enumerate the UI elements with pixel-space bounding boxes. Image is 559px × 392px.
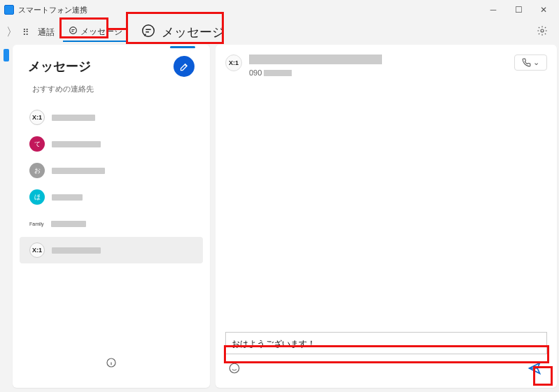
svg-point-0 [70, 27, 77, 34]
contact-name-redacted [52, 115, 95, 121]
device-strip-icon [3, 49, 9, 61]
svg-point-4 [229, 363, 239, 373]
sidebar-subtitle: おすすめの連絡先 [20, 80, 203, 104]
chat-messages-area [225, 77, 547, 332]
phone-prefix: 090 [249, 68, 262, 77]
settings-button[interactable] [537, 25, 548, 39]
avatar: Family [29, 216, 44, 231]
back-button[interactable]: 〉 [6, 25, 18, 40]
contact-item[interactable]: ほ [20, 184, 203, 210]
contact-item[interactable]: X:1 [20, 104, 203, 131]
contact-name-redacted [52, 141, 101, 147]
avatar: X:1 [29, 110, 45, 125]
tab-active-indicator [170, 46, 195, 48]
window-titlebar: スマートフォン連携 ─ ☐ ✕ [0, 0, 559, 20]
contact-item[interactable]: X:1 [20, 237, 203, 263]
minimize-button[interactable]: ─ [482, 0, 504, 20]
contact-name-redacted [52, 194, 83, 201]
send-button[interactable] [522, 358, 547, 381]
contact-item[interactable]: Family [20, 210, 203, 237]
contact-name-redacted [249, 55, 382, 64]
chat-avatar: X:1 [225, 55, 242, 71]
chevron-down-icon: ⌄ [533, 58, 539, 67]
phone-redacted [264, 70, 292, 76]
avatar: ほ [29, 189, 45, 205]
content-area: メッセージ おすすめの連絡先 X:1ておほFamilyX:1 X:1 090 ⌄ [0, 45, 559, 390]
contact-phone: 090 [249, 68, 382, 77]
message-icon [69, 26, 78, 37]
avatar: X:1 [29, 242, 45, 258]
contact-name-redacted [52, 168, 105, 174]
compose-button[interactable] [174, 56, 194, 77]
top-nav: 〉 ⠿ 通話 メッセージ メッセージ [0, 20, 559, 45]
call-dropdown-button[interactable]: ⌄ [514, 55, 547, 71]
chat-panel: X:1 090 ⌄ [215, 45, 557, 388]
dialpad-icon[interactable]: ⠿ [22, 27, 29, 38]
sidebar-title: メッセージ [28, 58, 91, 75]
message-icon [141, 23, 156, 41]
tab-messages-small[interactable]: メッセージ [63, 23, 128, 42]
app-icon [4, 5, 14, 15]
contact-list: X:1ておほFamilyX:1 [20, 104, 203, 263]
emoji-button[interactable] [225, 359, 243, 380]
message-input-wrapper[interactable] [225, 332, 547, 354]
maximize-button[interactable]: ☐ [507, 0, 530, 20]
avatar: お [29, 163, 45, 178]
contact-item[interactable]: お [20, 157, 203, 184]
tab-calls[interactable]: 通話 [34, 24, 59, 41]
avatar: て [29, 136, 45, 152]
chat-header: X:1 090 ⌄ [225, 55, 547, 77]
conversation-sidebar: メッセージ おすすめの連絡先 X:1ておほFamilyX:1 [13, 45, 210, 388]
tab-messages-small-label: メッセージ [80, 26, 122, 38]
tab-messages-big[interactable]: メッセージ [132, 20, 233, 44]
svg-point-1 [143, 25, 155, 37]
info-button[interactable] [100, 351, 122, 377]
contact-name-redacted [52, 247, 101, 254]
close-button[interactable]: ✕ [532, 0, 555, 20]
message-input[interactable] [232, 340, 541, 349]
svg-point-2 [541, 29, 544, 32]
contact-name-redacted [51, 221, 86, 227]
contact-item[interactable]: て [20, 131, 203, 157]
window-title: スマートフォン連携 [18, 5, 482, 15]
tab-messages-big-label: メッセージ [162, 24, 225, 41]
